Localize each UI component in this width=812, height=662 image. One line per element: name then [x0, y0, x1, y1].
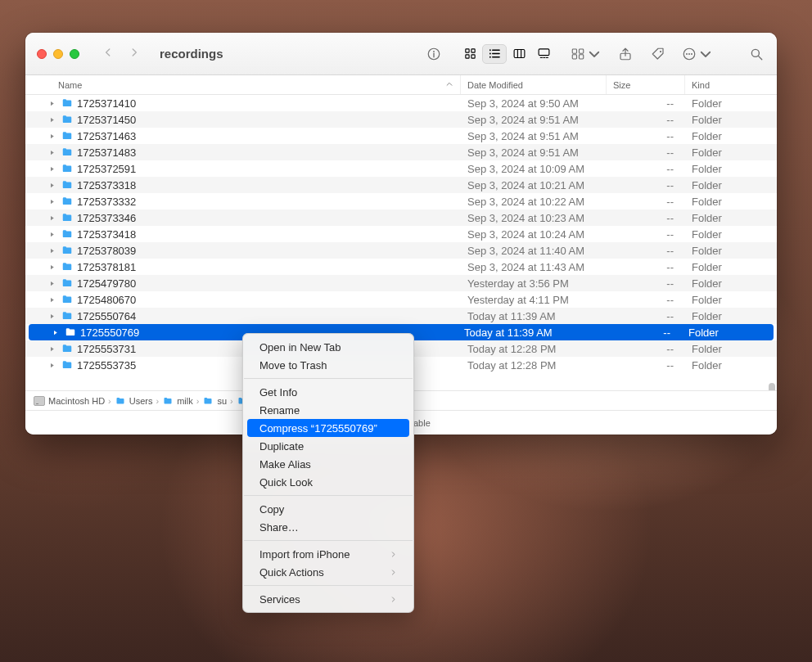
row-size-cell: --: [607, 111, 685, 128]
menu-item[interactable]: Quick Look: [243, 473, 413, 491]
harddrive-icon: [34, 396, 45, 406]
table-row[interactable]: 1725480670Yesterday at 4:11 PM--Folder: [25, 291, 777, 308]
menu-item-label: Duplicate: [259, 440, 304, 453]
row-kind-cell: Folder: [685, 193, 777, 209]
row-date-cell: Sep 3, 2024 at 11:40 AM: [461, 242, 607, 259]
column-header-kind[interactable]: Kind: [685, 75, 777, 94]
share-button[interactable]: [616, 45, 634, 63]
table-row[interactable]: 1725378039Sep 3, 2024 at 11:40 AM--Folde…: [25, 242, 777, 259]
pathbar-segment[interactable]: su: [202, 396, 227, 406]
column-header-name[interactable]: Name: [25, 75, 461, 94]
row-name-cell: 1725371463: [25, 128, 461, 144]
pathbar-segment[interactable]: milk: [162, 396, 193, 406]
disclosure-triangle-icon[interactable]: [48, 247, 56, 254]
disclosure-triangle-icon[interactable]: [48, 100, 56, 107]
table-row[interactable]: 1725550764Today at 11:39 AM--Folder: [25, 308, 777, 324]
disclosure-triangle-icon[interactable]: [48, 231, 56, 238]
close-button[interactable]: [37, 49, 47, 59]
zoom-button[interactable]: [70, 49, 79, 59]
menu-item[interactable]: Share…: [243, 518, 413, 536]
forward-button[interactable]: [129, 45, 140, 63]
disclosure-triangle-icon[interactable]: [48, 116, 56, 124]
row-date-cell: Sep 3, 2024 at 10:09 AM: [461, 160, 607, 177]
file-name: 1725371463: [77, 130, 136, 142]
menu-item[interactable]: Rename: [243, 401, 413, 419]
folder-icon: [61, 179, 74, 191]
icon-view-button[interactable]: [458, 44, 482, 64]
menu-item[interactable]: Open in New Tab: [243, 338, 413, 356]
menu-item-label: Rename: [259, 404, 300, 417]
table-row[interactable]: 1725371463Sep 3, 2024 at 9:51 AM--Folder: [25, 128, 777, 144]
folder-icon: [162, 396, 174, 406]
row-size-cell: --: [607, 340, 685, 357]
column-header-size[interactable]: Size: [607, 75, 685, 94]
chevron-right-icon: [390, 548, 397, 561]
column-label: Kind: [692, 80, 710, 90]
info-icon[interactable]: [425, 45, 443, 63]
table-row[interactable]: 1725371410Sep 3, 2024 at 9:50 AM--Folder: [25, 95, 777, 111]
file-name: 1725373332: [77, 196, 136, 208]
menu-item[interactable]: Copy: [243, 500, 413, 518]
disclosure-triangle-icon[interactable]: [52, 329, 59, 336]
table-row[interactable]: 1725373318Sep 3, 2024 at 10:21 AM--Folde…: [25, 177, 777, 193]
menu-item[interactable]: Duplicate: [243, 437, 413, 455]
pathbar-segment[interactable]: Macintosh HD: [34, 396, 105, 406]
column-header-date[interactable]: Date Modified: [461, 75, 607, 94]
disclosure-triangle-icon[interactable]: [48, 296, 56, 304]
disclosure-triangle-icon[interactable]: [48, 362, 56, 369]
table-row[interactable]: 1725373332Sep 3, 2024 at 10:22 AM--Folde…: [25, 193, 777, 209]
disclosure-triangle-icon[interactable]: [48, 149, 56, 156]
table-row[interactable]: 1725373346Sep 3, 2024 at 10:23 AM--Folde…: [25, 209, 777, 226]
table-row[interactable]: 1725378181Sep 3, 2024 at 11:43 AM--Folde…: [25, 259, 777, 275]
row-name-cell: 1725371483: [25, 144, 461, 160]
menu-item[interactable]: Make Alias: [243, 455, 413, 473]
group-button[interactable]: [571, 45, 602, 63]
row-date-cell: Sep 3, 2024 at 9:50 AM: [461, 95, 607, 111]
window-controls: [37, 49, 79, 59]
column-view-button[interactable]: [507, 44, 531, 64]
menu-item[interactable]: Compress “1725550769”: [247, 419, 409, 437]
search-button[interactable]: [747, 45, 765, 63]
tags-button[interactable]: [649, 45, 667, 63]
file-name: 1725378181: [77, 261, 136, 273]
disclosure-triangle-icon[interactable]: [48, 313, 56, 320]
row-date-cell: Today at 12:28 PM: [461, 357, 607, 373]
menu-item-label: Import from iPhone: [259, 548, 350, 561]
menu-item[interactable]: Move to Trash: [243, 356, 413, 374]
table-row[interactable]: 1725373418Sep 3, 2024 at 10:24 AM--Folde…: [25, 226, 777, 242]
folder-icon: [115, 396, 126, 406]
disclosure-triangle-icon[interactable]: [48, 198, 56, 205]
row-size-cell: --: [603, 324, 682, 340]
table-row[interactable]: 1725479780Yesterday at 3:56 PM--Folder: [25, 275, 777, 291]
column-label: Name: [58, 80, 82, 90]
list-view-button[interactable]: [482, 44, 507, 64]
disclosure-triangle-icon[interactable]: [48, 280, 56, 287]
folder-icon: [61, 277, 74, 289]
disclosure-triangle-icon[interactable]: [48, 263, 56, 271]
row-date-cell: Sep 3, 2024 at 10:23 AM: [461, 209, 607, 226]
folder-icon: [61, 343, 74, 354]
back-button[interactable]: [102, 45, 114, 63]
disclosure-triangle-icon[interactable]: [48, 133, 56, 140]
table-row[interactable]: 1725371450Sep 3, 2024 at 9:51 AM--Folder: [25, 111, 777, 128]
disclosure-triangle-icon[interactable]: [48, 165, 56, 173]
row-date-cell: Yesterday at 3:56 PM: [461, 275, 607, 291]
disclosure-triangle-icon[interactable]: [48, 214, 56, 222]
table-row[interactable]: 1725371483Sep 3, 2024 at 9:51 AM--Folder: [25, 144, 777, 160]
minimize-button[interactable]: [53, 49, 63, 59]
row-kind-cell: Folder: [685, 308, 777, 324]
menu-item[interactable]: Get Info: [243, 383, 413, 401]
menu-item[interactable]: Import from iPhone: [243, 545, 413, 563]
table-row[interactable]: 1725372591Sep 3, 2024 at 10:09 AM--Folde…: [25, 160, 777, 177]
menu-item[interactable]: Services: [243, 590, 413, 608]
disclosure-triangle-icon[interactable]: [48, 182, 56, 189]
row-date-cell: Yesterday at 4:11 PM: [461, 291, 607, 308]
file-name: 1725371410: [77, 97, 136, 110]
gallery-view-button[interactable]: [531, 44, 556, 64]
scrollbar-thumb[interactable]: [769, 383, 775, 390]
disclosure-triangle-icon[interactable]: [48, 345, 56, 353]
action-button[interactable]: [682, 45, 713, 63]
pathbar-segment[interactable]: Users: [115, 396, 153, 406]
menu-item-label: Quick Look: [259, 476, 313, 489]
menu-item[interactable]: Quick Actions: [243, 563, 413, 581]
